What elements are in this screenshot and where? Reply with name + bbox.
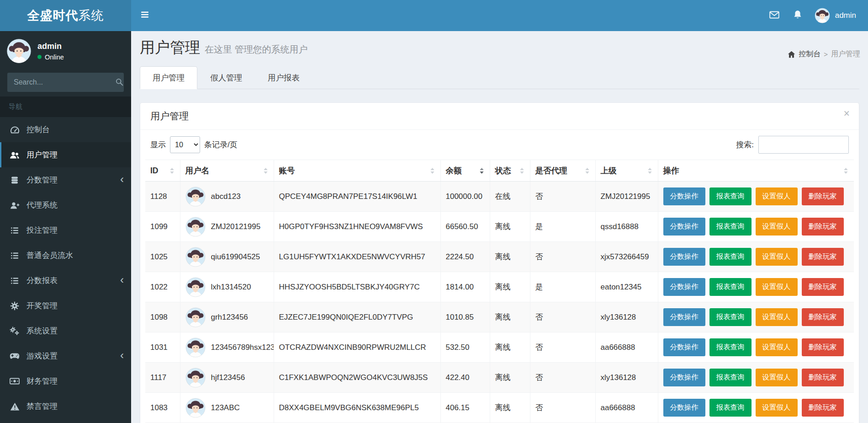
sidebar-item-game-settings[interactable]: 游戏设置‹: [0, 343, 131, 369]
column-header[interactable]: 是否代理: [530, 160, 595, 182]
user-cell: ZMJ20121995: [185, 217, 269, 237]
sidebar-username: admin: [37, 42, 64, 51]
table-search-input[interactable]: [758, 136, 849, 154]
notifications-button[interactable]: [786, 0, 809, 31]
tab-user-reports[interactable]: 用户报表: [255, 66, 312, 89]
delete-player-button[interactable]: 删除玩家: [802, 187, 844, 205]
user-avatar: [185, 217, 206, 237]
tab-users[interactable]: 用户管理: [140, 66, 197, 89]
set-dummy-button[interactable]: 设置假人: [756, 218, 798, 236]
user-status: Online: [37, 54, 64, 61]
set-dummy-button[interactable]: 设置假人: [756, 399, 798, 417]
set-dummy-button[interactable]: 设置假人: [756, 308, 798, 326]
report-query-button[interactable]: 报表查询: [709, 187, 752, 205]
gears-icon: [9, 327, 21, 336]
sidebar-item-member-flow[interactable]: 普通会员流水: [0, 243, 131, 268]
cell-username: ZMJ20121995: [180, 212, 274, 242]
sidebar-item-lottery[interactable]: 开奖管理: [0, 293, 131, 318]
score-action-button[interactable]: 分数操作: [663, 248, 705, 266]
delete-player-button[interactable]: 删除玩家: [802, 308, 844, 326]
topbar-right: admin: [762, 0, 868, 31]
column-label: 是否代理: [535, 165, 567, 176]
users-table: ID用户名账号余额状态是否代理上级操作 1128abcd123QPCEY4MG8…: [145, 160, 854, 423]
column-header[interactable]: 账号: [274, 160, 440, 182]
column-header-inner: ID: [150, 166, 175, 176]
list-icon: [9, 276, 21, 285]
sidebar-item-label: 开奖管理: [26, 300, 58, 311]
column-header[interactable]: 余额: [440, 160, 490, 182]
score-action-button[interactable]: 分数操作: [663, 218, 705, 236]
tab-dummies[interactable]: 假人管理: [197, 66, 255, 89]
sidebar-item-scores[interactable]: 分数管理‹: [0, 167, 131, 193]
user-cell: hjf123456: [185, 368, 269, 388]
score-action-button[interactable]: 分数操作: [663, 399, 705, 417]
delete-player-button[interactable]: 删除玩家: [802, 338, 844, 356]
cell-is-agent: 否: [530, 242, 595, 272]
user-cell: 123ABC: [185, 398, 269, 418]
report-query-button[interactable]: 报表查询: [709, 369, 752, 386]
column-header-inner: 用户名: [185, 165, 269, 176]
report-query-button[interactable]: 报表查询: [709, 399, 752, 417]
messages-button[interactable]: [762, 0, 786, 31]
set-dummy-button[interactable]: 设置假人: [756, 369, 798, 386]
search-input[interactable]: [7, 73, 115, 92]
cell-parent: eaton12345: [595, 272, 658, 302]
list-icon: [9, 251, 21, 260]
report-query-button[interactable]: 报表查询: [709, 338, 752, 356]
column-header[interactable]: 用户名: [180, 160, 274, 182]
chevron-left-icon: ‹: [120, 174, 124, 187]
column-header[interactable]: 状态: [490, 160, 530, 182]
sidebar-item-label: 游戏设置: [26, 351, 58, 361]
report-query-button[interactable]: 报表查询: [709, 278, 752, 296]
column-header[interactable]: ID: [145, 160, 180, 182]
chevron-left-icon: ‹: [120, 274, 124, 287]
column-header-inner: 状态: [495, 165, 525, 176]
cell-username: qiu619904525: [180, 242, 274, 272]
score-action-button[interactable]: 分数操作: [663, 338, 705, 356]
report-query-button[interactable]: 报表查询: [709, 218, 752, 236]
score-action-button[interactable]: 分数操作: [663, 187, 705, 205]
gamepad-icon: [9, 352, 21, 360]
cell-status: 离线: [490, 302, 530, 332]
score-action-button[interactable]: 分数操作: [663, 369, 705, 386]
sidebar-toggle-button[interactable]: [131, 0, 159, 31]
sidebar-item-users[interactable]: 用户管理: [0, 142, 131, 167]
page-size-select[interactable]: 10: [170, 136, 200, 153]
delete-player-button[interactable]: 删除玩家: [802, 369, 844, 386]
cell-id: 1099: [145, 212, 180, 242]
delete-player-button[interactable]: 删除玩家: [802, 248, 844, 266]
sidebar-item-agents[interactable]: 代理系统: [0, 193, 131, 218]
sidebar-item-score-reports[interactable]: 分数报表‹: [0, 268, 131, 293]
sidebar-item-finance[interactable]: 财务管理: [0, 369, 131, 394]
logo[interactable]: 全盛时代系统: [0, 0, 131, 31]
column-header[interactable]: 操作: [658, 160, 854, 182]
close-icon[interactable]: ×: [844, 108, 850, 119]
search-button[interactable]: [115, 73, 124, 92]
topbar: 全盛时代系统 admin: [0, 0, 868, 31]
cell-id: 1128: [145, 182, 180, 212]
delete-player-button[interactable]: 删除玩家: [802, 399, 844, 417]
sidebar-item-bets[interactable]: 投注管理: [0, 218, 131, 243]
username-text: ZMJ20121995: [211, 222, 261, 231]
tab-bar: 用户管理假人管理用户报表: [140, 66, 859, 89]
sidebar-search: [7, 73, 124, 92]
sidebar-item-system-settings[interactable]: 系统设置: [0, 318, 131, 343]
report-query-button[interactable]: 报表查询: [709, 308, 752, 326]
column-header[interactable]: 上级: [595, 160, 658, 182]
sidebar-user-panel: admin Online: [0, 31, 131, 69]
set-dummy-button[interactable]: 设置假人: [756, 187, 798, 205]
breadcrumb-home-link[interactable]: 控制台: [799, 49, 820, 59]
sidebar-item-dashboard[interactable]: 控制台: [0, 117, 131, 142]
delete-player-button[interactable]: 删除玩家: [802, 218, 844, 236]
set-dummy-button[interactable]: 设置假人: [756, 248, 798, 266]
nav-section-label: 导航: [0, 96, 131, 117]
delete-player-button[interactable]: 删除玩家: [802, 278, 844, 296]
set-dummy-button[interactable]: 设置假人: [756, 338, 798, 356]
set-dummy-button[interactable]: 设置假人: [756, 278, 798, 296]
sidebar-item-mute[interactable]: 禁言管理: [0, 394, 131, 419]
cell-balance: 422.40: [440, 363, 490, 393]
score-action-button[interactable]: 分数操作: [663, 308, 705, 326]
report-query-button[interactable]: 报表查询: [709, 248, 752, 266]
user-menu[interactable]: admin: [809, 0, 862, 31]
score-action-button[interactable]: 分数操作: [663, 278, 705, 296]
